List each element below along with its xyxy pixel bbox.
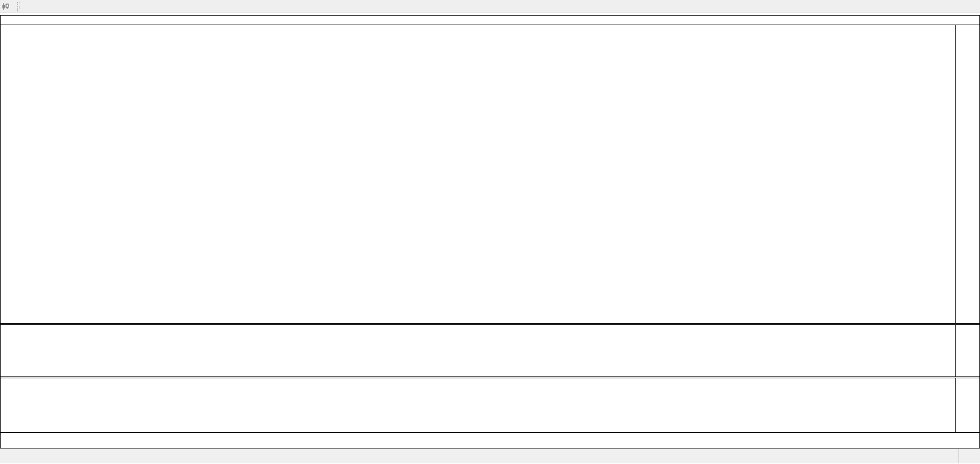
chart-header — [1, 16, 979, 25]
chart-tabs — [0, 449, 958, 463]
date-axis[interactable] — [1, 432, 979, 448]
rsi-plot[interactable] — [1, 325, 955, 376]
chart-window — [0, 15, 980, 448]
candlestick-chart-icon — [1, 2, 10, 11]
chart-type-selector[interactable] — [0, 2, 14, 11]
macd-axis[interactable] — [955, 378, 979, 432]
macd-label — [3, 379, 8, 386]
tab-scroll-buttons — [958, 449, 980, 463]
price-axis[interactable] — [955, 25, 979, 323]
macd-plot[interactable] — [1, 378, 955, 432]
main-price-plot[interactable] — [1, 25, 955, 323]
top-toolbar — [0, 0, 980, 13]
rsi-axis[interactable] — [955, 325, 979, 376]
toolbar-grip[interactable] — [17, 2, 20, 11]
chart-tab-bar — [0, 448, 980, 463]
